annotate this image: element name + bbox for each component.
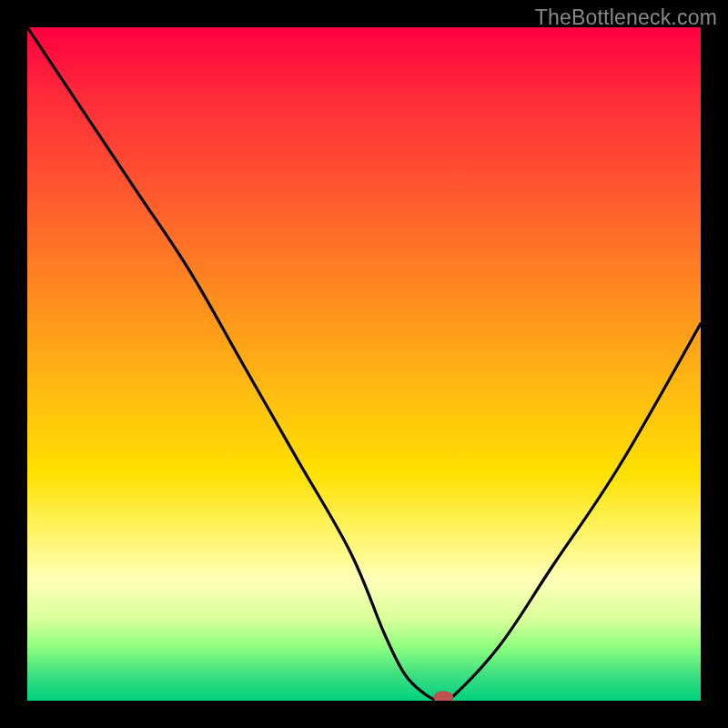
plot-area [27,27,701,701]
minimum-marker [433,691,453,701]
curve-svg [27,27,701,701]
bottleneck-curve [27,27,701,701]
chart-frame: TheBottleneck.com [0,0,728,728]
watermark-text: TheBottleneck.com [535,5,717,30]
